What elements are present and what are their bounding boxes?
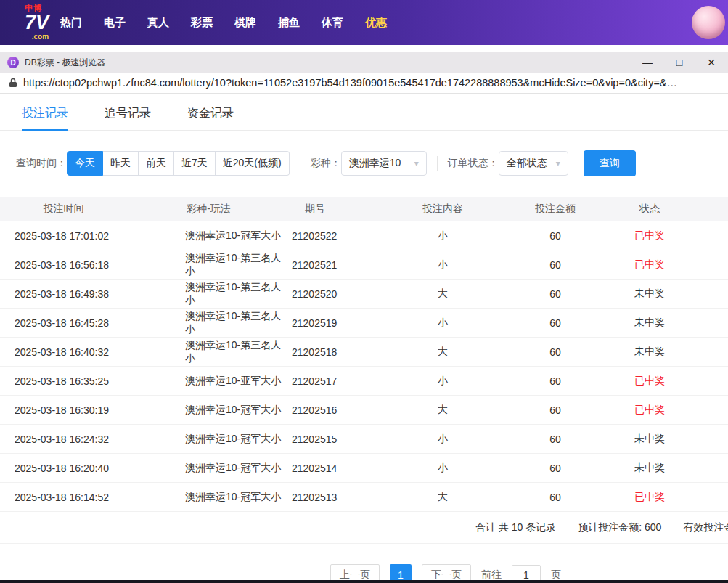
window-title: DB彩票 - 极速浏览器 [25,57,105,69]
nav-item[interactable]: 棋牌 [234,16,256,30]
game-play: 澳洲幸运10-第三名大小 [127,310,290,336]
filter-bar: 查询时间： 今天昨天前天近7天近20天(低频) 彩种： 澳洲幸运10 ▾ 订单状… [16,150,728,176]
bet-time: 2025-03-18 16:20:40 [0,462,127,474]
bet-content: 小 [385,462,501,475]
bet-time: 2025-03-18 17:01:02 [0,230,127,242]
bet-content: 小 [385,258,501,272]
issue-number: 21202519 [290,317,385,329]
tab-bar: 投注记录追号记录资金记录 [0,94,728,131]
nav-item[interactable]: 电子 [104,16,126,30]
tab[interactable]: 投注记录 [22,106,68,130]
divider [300,156,300,171]
bet-content: 大 [385,404,501,417]
maximize-button[interactable]: □ [674,57,684,68]
lottery-select[interactable]: 澳洲幸运10 ▾ [341,151,427,176]
browser-window: D DB彩票 - 极速浏览器 — □ ✕ https://ctop02pchwp… [0,52,728,580]
bet-status: 未中奖 [610,288,690,301]
column-header: 彩种-玩法 [127,203,290,216]
nav-item[interactable]: 彩票 [191,16,213,30]
valid-bet-amount: 有效投注金 [683,521,728,534]
tab[interactable]: 资金记录 [187,106,234,130]
issue-number: 21202520 [290,288,385,300]
bet-time: 2025-03-18 16:56:18 [0,259,127,271]
bet-content: 大 [385,491,501,504]
browser-urlbar[interactable]: https://ctop02pchwp1.zfnc84.com/lottery/… [0,73,728,94]
bet-status: 已中奖 [610,258,690,272]
prev-page-button[interactable]: 上一页 [330,564,380,580]
browser-favicon-icon: D [7,57,19,68]
bet-amount: 60 [501,259,610,271]
bet-content: 大 [385,346,501,359]
table-header-row: 投注时间彩种-玩法期号投注内容投注金额状态 [0,197,728,221]
current-page[interactable]: 1 [390,564,412,580]
column-header: 期号 [290,203,385,216]
nav-item[interactable]: 真人 [147,16,169,30]
bet-status: 已中奖 [610,375,690,388]
issue-number: 21202522 [290,230,385,242]
game-play: 澳洲幸运10-第三名大小 [127,281,290,307]
nav-item[interactable]: 体育 [322,16,343,30]
table-row: 2025-03-18 16:45:28澳洲幸运10-第三名大小21202519小… [0,309,728,338]
url-text[interactable]: https://ctop02pchwp1.zfnc84.com/lottery/… [23,77,677,89]
bet-amount: 60 [501,462,610,474]
query-button[interactable]: 查询 [584,150,636,176]
tab[interactable]: 追号记录 [105,106,151,130]
next-page-button[interactable]: 下一页 [422,564,471,580]
game-play: 澳洲幸运10-冠军大小 [127,433,290,446]
column-header: 投注内容 [385,203,501,216]
bet-amount: 60 [501,230,610,242]
logo-text-main: 7V [25,13,49,33]
game-play: 澳洲幸运10-冠军大小 [127,491,290,504]
summary-row: 合计 共 10 条记录 预计投注金额: 600 有效投注金 [0,512,728,544]
bet-time: 2025-03-18 16:35:25 [0,375,127,387]
time-filter-option[interactable]: 近7天 [174,151,216,176]
table-body: 2025-03-18 17:01:02澳洲幸运10-冠军大小21202522小6… [0,221,728,512]
pagination: 上一页 1 下一页 前往 页 [0,564,728,580]
expected-bet-amount: 预计投注金额: 600 [578,521,661,534]
bet-amount: 60 [501,492,610,503]
site-logo[interactable]: 申博 7V .com [25,4,49,41]
bet-amount: 60 [501,288,610,300]
bottom-edge [0,580,728,583]
bet-content: 小 [385,229,501,242]
table-row: 2025-03-18 16:14:52澳洲幸运10-冠军大小21202513大6… [0,483,728,512]
close-button[interactable]: ✕ [706,57,716,68]
bet-amount: 60 [501,317,610,329]
status-select-label: 订单状态： [448,157,499,170]
issue-number: 21202513 [290,492,385,503]
time-filter-label: 查询时间： [16,157,67,170]
issue-number: 21202515 [290,433,385,445]
user-avatar[interactable] [692,6,725,39]
table-row: 2025-03-18 16:49:38澳洲幸运10-第三名大小21202520大… [0,280,728,309]
browser-titlebar[interactable]: D DB彩票 - 极速浏览器 — □ ✕ [0,52,728,73]
bet-status: 已中奖 [610,491,690,504]
time-filter-option[interactable]: 今天 [67,151,103,176]
bet-time: 2025-03-18 16:14:52 [0,492,127,503]
chevron-down-icon: ▾ [556,158,560,168]
page-content: 投注记录追号记录资金记录 查询时间： 今天昨天前天近7天近20天(低频) 彩种：… [0,94,728,580]
goto-label: 前往 [481,568,502,580]
time-filter-option[interactable]: 近20天(低频) [216,151,290,176]
bet-amount: 60 [501,433,610,445]
bet-status: 未中奖 [610,462,690,475]
goto-page-input[interactable] [512,565,541,580]
order-status-value: 全部状态 [507,157,547,170]
nav-item[interactable]: 捕鱼 [278,16,300,30]
time-filter-option[interactable]: 昨天 [103,151,139,176]
column-header: 状态 [610,203,690,216]
bet-content: 小 [385,317,501,330]
game-play: 澳洲幸运10-第三名大小 [127,339,290,365]
game-play: 澳洲幸运10-冠军大小 [127,229,290,242]
minimize-button[interactable]: — [642,57,653,68]
time-filter-option[interactable]: 前天 [139,151,174,176]
nav-item[interactable]: 热门 [60,16,82,30]
bet-amount: 60 [501,404,610,416]
bet-status: 已中奖 [610,229,690,242]
bet-status: 已中奖 [610,404,690,417]
issue-number: 21202518 [290,346,385,358]
order-status-select[interactable]: 全部状态 ▾ [499,151,568,176]
column-header: 投注时间 [0,203,127,216]
bet-records-table: 投注时间彩种-玩法期号投注内容投注金额状态 2025-03-18 17:01:0… [0,197,728,512]
nav-item[interactable]: 优惠 [365,16,387,30]
table-row: 2025-03-18 17:01:02澳洲幸运10-冠军大小21202522小6… [0,221,728,250]
